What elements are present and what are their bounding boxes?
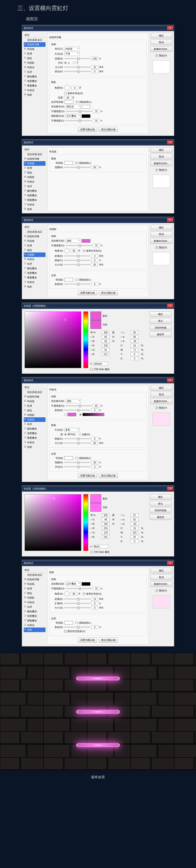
hue-bar[interactable] xyxy=(84,494,88,551)
style-inner-shadow[interactable]: 内阴影 xyxy=(24,175,45,180)
spread-slider[interactable] xyxy=(64,603,90,604)
style-contour[interactable]: 等高线 xyxy=(24,47,45,52)
antialias-checkbox[interactable] xyxy=(75,622,78,624)
titlebar[interactable]: 图层样式 × xyxy=(22,25,174,31)
depth-input[interactable]: 100 xyxy=(91,57,98,60)
style-inner-glow[interactable]: 内发光 xyxy=(24,65,45,70)
opacity-input[interactable]: 75 xyxy=(93,587,100,590)
close-icon[interactable]: × xyxy=(167,218,173,222)
hue-bar[interactable] xyxy=(84,311,88,368)
choke-slider[interactable] xyxy=(64,260,90,261)
a-input[interactable] xyxy=(131,335,138,339)
distance-slider[interactable] xyxy=(64,598,90,599)
close-icon[interactable]: × xyxy=(167,26,173,30)
style-bevel[interactable]: 斜面和浮雕 xyxy=(24,42,45,47)
opacity-input[interactable]: 65 xyxy=(93,404,100,407)
style-inner-glow[interactable]: 内发光 xyxy=(24,417,45,422)
soften-slider[interactable] xyxy=(64,71,90,72)
a-input[interactable] xyxy=(131,518,138,521)
y-input[interactable] xyxy=(131,535,138,539)
highlight-color[interactable] xyxy=(81,105,90,108)
style-color-overlay[interactable]: 颜色叠加 xyxy=(24,74,45,79)
style-color-overlay[interactable]: 颜色叠加 xyxy=(24,189,45,193)
noise-input[interactable]: 0 xyxy=(91,625,98,629)
spread-input[interactable]: 0 xyxy=(91,601,98,605)
opacity-slider[interactable] xyxy=(66,245,92,246)
c-input[interactable] xyxy=(131,526,138,530)
s-input[interactable] xyxy=(102,518,109,521)
style-inner-shadow[interactable]: 内阴影 xyxy=(24,252,45,257)
g-input[interactable] xyxy=(102,348,109,351)
size-input[interactable]: 90 xyxy=(91,441,98,445)
new-style-button[interactable]: 新建样式(W)... xyxy=(151,46,172,52)
style-gradient-overlay[interactable]: 渐变叠加 xyxy=(24,193,45,198)
size-input[interactable]: 50 xyxy=(91,263,98,267)
style-stroke[interactable]: 描边 xyxy=(24,56,45,61)
noise-input[interactable]: 0 xyxy=(91,408,98,412)
style-inner-shadow[interactable]: 内阴影 xyxy=(24,61,45,65)
angle-dial[interactable] xyxy=(64,248,69,253)
saturation-box[interactable] xyxy=(25,494,81,551)
saturation-box[interactable] xyxy=(25,311,81,368)
style-blend[interactable]: 混合选项:自定 xyxy=(24,152,45,157)
source-center-radio[interactable] xyxy=(64,433,67,436)
contour-picker[interactable] xyxy=(64,278,73,281)
c-input[interactable] xyxy=(131,344,138,347)
k-input[interactable] xyxy=(131,357,138,360)
add-swatch-button[interactable]: 添加到色板 xyxy=(150,325,171,331)
hex-input[interactable] xyxy=(93,362,108,366)
close-icon[interactable]: × xyxy=(167,304,173,308)
cancel-button[interactable]: 取消 xyxy=(151,575,172,580)
hex-input[interactable] xyxy=(93,545,108,548)
h-input[interactable] xyxy=(102,331,109,334)
antialias-checkbox[interactable] xyxy=(75,457,78,459)
ok-button[interactable]: 确定 xyxy=(151,385,172,391)
global-light-checkbox[interactable] xyxy=(83,250,85,252)
y-input[interactable] xyxy=(131,352,138,356)
color-lib-button[interactable]: 颜色库 xyxy=(150,332,171,337)
gloss-contour[interactable] xyxy=(65,100,73,104)
web-colors-checkbox[interactable] xyxy=(90,368,93,371)
style-bevel[interactable]: 斜面和浮雕 xyxy=(24,157,45,161)
preview-checkbox[interactable] xyxy=(156,246,158,249)
new-style-button[interactable]: 新建样式(W)... xyxy=(151,581,172,587)
dir-down-radio[interactable] xyxy=(73,62,75,64)
dir-up-radio[interactable] xyxy=(64,62,67,64)
choke-input[interactable]: 0 xyxy=(91,258,98,262)
l-input[interactable] xyxy=(131,331,138,334)
set-default-button[interactable]: 设置为默认值 xyxy=(78,127,97,132)
noise-slider[interactable] xyxy=(64,410,90,411)
angle-input[interactable]: 30 xyxy=(70,249,77,252)
r-input[interactable] xyxy=(102,344,109,347)
ok-button[interactable]: 确定 xyxy=(151,33,172,38)
set-default-button[interactable]: 设置为默认值 xyxy=(78,473,97,478)
size-slider[interactable] xyxy=(64,607,90,608)
add-swatch-button[interactable]: 添加到色板 xyxy=(150,508,171,513)
style-gradient-overlay[interactable]: 渐变叠加 xyxy=(24,79,45,84)
contour-picker[interactable] xyxy=(64,456,73,460)
highlight-opacity-slider[interactable] xyxy=(66,111,92,112)
new-style-button[interactable]: 新建样式(W)... xyxy=(151,161,172,166)
angle-input[interactable]: 0 xyxy=(71,86,78,90)
ok-button[interactable]: 确定 xyxy=(151,147,172,153)
jitter-input[interactable]: 0 xyxy=(91,465,98,468)
style-outer-glow[interactable]: 外发光 xyxy=(24,88,45,93)
reset-default-button[interactable]: 复位为默认值 xyxy=(99,473,118,478)
close-icon[interactable]: × xyxy=(167,378,173,382)
blend-dropdown[interactable]: 正片叠底 xyxy=(66,582,81,586)
set-default-button[interactable]: 设置为默认值 xyxy=(78,638,97,643)
close-icon[interactable]: × xyxy=(167,141,173,145)
cancel-button[interactable]: 取消 xyxy=(151,154,172,159)
titlebar[interactable]: 图层样式× xyxy=(22,140,174,146)
noise-slider[interactable] xyxy=(64,284,90,284)
style-pattern-overlay[interactable]: 图案叠加 xyxy=(24,198,45,203)
angle-dial[interactable] xyxy=(64,591,69,596)
cancel-button[interactable]: 复位 xyxy=(150,501,171,506)
opacity-slider[interactable] xyxy=(66,405,92,406)
cancel-button[interactable]: 取消 xyxy=(151,40,172,45)
r-input[interactable] xyxy=(102,526,109,530)
style-dropdown[interactable]: 内斜面 xyxy=(64,47,79,51)
set-default-button[interactable]: 设置为默认值 xyxy=(78,290,97,296)
noise-slider[interactable] xyxy=(64,627,90,627)
cancel-button[interactable]: 复位 xyxy=(150,318,171,324)
